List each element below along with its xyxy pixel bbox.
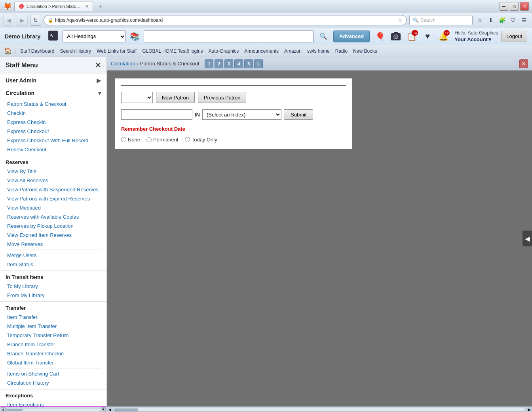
home-icon[interactable]: 🏠 [4, 47, 12, 55]
sidebar-to-my-library[interactable]: To My Library [0, 282, 106, 291]
bookmark-new-books[interactable]: New Books [352, 48, 379, 55]
sidebar-item-user-admin[interactable]: User Admin ▶ [0, 74, 106, 87]
advanced-button[interactable]: Advanced [333, 31, 370, 42]
scroll-down-button[interactable]: ▼ [101, 407, 106, 412]
sidebar-view-suspended-reserves[interactable]: View Patrons with Suspended Reserves [0, 185, 106, 194]
scroll-track[interactable] [114, 408, 525, 412]
balloon-icon[interactable]: 🎈 [374, 30, 386, 43]
sidebar-view-by-title[interactable]: View By Title [0, 167, 106, 176]
sidebar-global-item-transfer[interactable]: Global Item Transfer [0, 358, 106, 367]
sidebar-scrollbar[interactable]: ▲ ▼ [0, 406, 106, 412]
sidebar-close-button[interactable]: ✕ [95, 61, 101, 70]
scroll-left-button[interactable]: ◀ [107, 407, 112, 412]
search-type-select[interactable]: All Headings [63, 31, 126, 42]
radio-none-input[interactable] [121, 137, 126, 142]
sidebar-scroll[interactable]: User Admin ▶ Circulation ▾ Patron Status… [0, 74, 106, 406]
sidebar-view-all-reserves[interactable]: View All Reserves [0, 176, 106, 185]
heart-icon[interactable]: ♥ [421, 30, 434, 43]
radio-none-option[interactable]: None [121, 137, 140, 143]
shield-icon[interactable]: 🛡 [508, 15, 518, 25]
back-button[interactable]: ◀ [3, 15, 14, 26]
sidebar-circulation-history[interactable]: Circulation History [0, 378, 106, 387]
scroll-right-button[interactable]: ▶ [526, 407, 532, 412]
scroll-thumb[interactable] [114, 408, 138, 412]
sidebar-branch-transfer-checkin[interactable]: Branch Transfer Checkin [0, 349, 106, 358]
tab-5[interactable]: 5 [244, 59, 253, 68]
sidebar-from-my-library[interactable]: From My Library [0, 291, 106, 300]
menu-icon[interactable]: ☰ [519, 15, 529, 25]
sidebar-express-checkout[interactable]: Express Checkout [0, 127, 106, 136]
collapse-panel-button[interactable]: ◀ [522, 231, 532, 246]
radio-today-option[interactable]: Today Only [185, 137, 217, 143]
sidebar-temp-transfer-return[interactable]: Temporary Transfer Return [0, 331, 106, 340]
sidebar-renew-checkout[interactable]: Renew Checkout [0, 145, 106, 154]
bookmark-announcements[interactable]: Announcements [243, 48, 280, 55]
tab-3[interactable]: 3 [224, 59, 233, 68]
close-content-button[interactable]: ✕ [519, 59, 528, 68]
sidebar-reserves-available[interactable]: Reserves with Available Copies [0, 212, 106, 221]
minimize-button[interactable]: ─ [500, 2, 508, 11]
your-account-link[interactable]: Your Account ▾ [454, 36, 498, 42]
sidebar-express-checkin[interactable]: Express Checkin [0, 118, 106, 127]
download-icon[interactable]: ⬇ [486, 15, 496, 25]
sidebar-express-checkout-full[interactable]: Express Checkout With Full Record [0, 136, 106, 145]
bookmark-swls-home[interactable]: swls home [306, 48, 331, 55]
scroll-track[interactable] [6, 408, 100, 411]
bookmarks-star-icon[interactable]: ☆ [475, 15, 484, 25]
sidebar-reserves-pickup[interactable]: Reserves by Pickup Location [0, 221, 106, 231]
previous-patron-button[interactable]: Previous Patron [198, 92, 247, 103]
submit-button[interactable]: Submit [284, 109, 313, 120]
radio-today-input[interactable] [185, 137, 190, 142]
sidebar-view-mediated[interactable]: View Mediated [0, 203, 106, 212]
breadcrumb-circulation[interactable]: Circulation [111, 61, 135, 67]
star-icon[interactable]: ☆ [397, 17, 403, 23]
sidebar-item-exceptions[interactable]: Item Exceptions [0, 400, 106, 406]
logout-button[interactable]: Logout [501, 31, 527, 42]
stack-icon[interactable]: 📚 [130, 32, 140, 41]
index-select[interactable]: (Select an Index) [202, 109, 281, 120]
restore-button[interactable]: □ [510, 2, 519, 11]
tab-4[interactable]: 4 [234, 59, 243, 68]
bookmark-global-home[interactable]: GLOBAL HOME Test6 logins [141, 48, 204, 55]
sidebar-items-shelving-cart[interactable]: Items on Shelving Cart [0, 369, 106, 378]
search-input[interactable] [144, 31, 314, 42]
reload-button[interactable]: ↻ [30, 15, 41, 26]
tab-close-icon[interactable]: ✕ [85, 4, 89, 9]
sidebar-merge-users[interactable]: Merge Users [0, 251, 106, 260]
tab-2[interactable]: 2 [215, 59, 223, 68]
close-button[interactable]: ✕ [520, 2, 529, 11]
bookmark-search-history[interactable]: Search History [59, 48, 93, 55]
sidebar-multiple-item-transfer[interactable]: Multiple Item Transfer [0, 322, 106, 331]
camera-icon[interactable] [390, 30, 402, 43]
sidebar-expired-item-reserves[interactable]: View Expired Item Reserves [0, 231, 106, 240]
tab-1[interactable]: 1 [205, 59, 213, 68]
scroll-thumb[interactable] [7, 409, 23, 411]
sidebar-item-transfer[interactable]: Item Transfer [0, 313, 106, 322]
sidebar-item-circulation[interactable]: Circulation ▾ [0, 87, 106, 99]
sidebar-branch-item-transfer[interactable]: Branch Item Transfer [0, 340, 106, 349]
patron-search-input[interactable] [121, 109, 192, 120]
radio-permanent-input[interactable] [146, 137, 152, 142]
bookmark-web-links[interactable]: Web Links for Staff [95, 48, 138, 55]
bookmark-staff-dashboard[interactable]: Staff Dashboard [19, 48, 56, 55]
search-button[interactable]: 🔍 [317, 31, 329, 42]
sidebar-checkin[interactable]: Checkin [0, 109, 106, 118]
bookmark-auto-graphics[interactable]: Auto-Graphics [207, 48, 241, 55]
scroll-up-button[interactable]: ▲ [1, 407, 6, 412]
new-tab-button[interactable]: + [95, 2, 105, 11]
sidebar-move-reserves[interactable]: Move Reserves [0, 240, 106, 249]
bookmark-amazon[interactable]: Amazon [283, 48, 303, 55]
bookmark-radio[interactable]: Radio [334, 48, 349, 55]
radio-permanent-option[interactable]: Permanent [146, 137, 179, 143]
sidebar-patron-status[interactable]: Patron Status & Checkout [0, 99, 106, 109]
browser-search-bar[interactable]: 🔍 Search [409, 15, 473, 25]
page-tab[interactable]: C Circulation > Patron Status & C ✕ [14, 2, 93, 11]
new-patron-button[interactable]: New Patron [156, 92, 195, 103]
bottom-scrollbar[interactable]: ◀ ▶ [107, 406, 532, 412]
sidebar-item-status[interactable]: Item Status [0, 260, 106, 269]
address-bar[interactable]: 🔒 https://qa-swls-verso.auto-graphics.co… [44, 15, 407, 25]
tab-L[interactable]: L [254, 59, 263, 68]
forward-button[interactable]: ▶ [17, 15, 28, 26]
extensions-icon[interactable]: 🧩 [497, 15, 507, 25]
patron-type-dropdown[interactable] [121, 92, 153, 103]
